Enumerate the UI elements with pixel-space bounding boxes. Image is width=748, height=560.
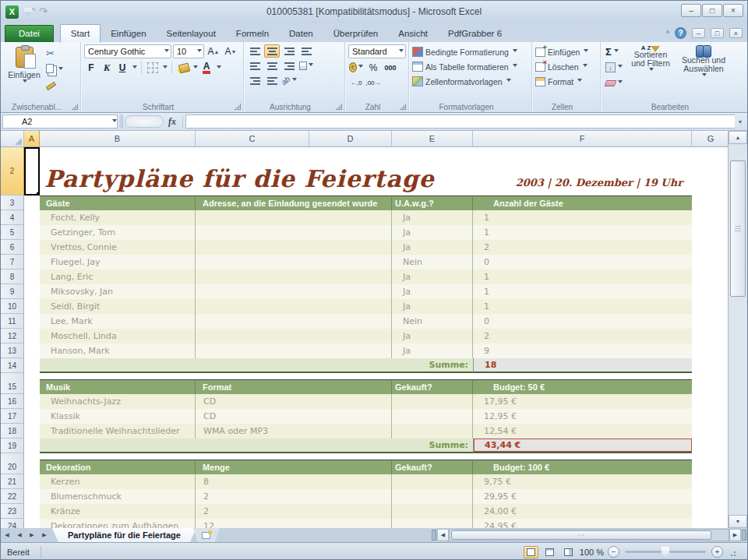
cell-F21[interactable]: 9,75 €: [473, 474, 692, 489]
format-cells-button[interactable]: Format: [535, 74, 598, 89]
row-header-22[interactable]: 22: [1, 489, 24, 504]
cell-F6[interactable]: 2: [473, 240, 692, 255]
expand-formula-bar-icon[interactable]: ▼: [735, 119, 746, 125]
row-header-5[interactable]: 5: [1, 225, 24, 240]
cell-F15[interactable]: Budget: 50 €: [473, 379, 692, 394]
next-sheet-button[interactable]: ▶: [26, 528, 38, 542]
sort-filter-button[interactable]: A Z Sortieren und Filtern: [624, 44, 677, 90]
cell-G8[interactable]: [692, 269, 729, 284]
grow-font-button[interactable]: A▲: [206, 44, 221, 58]
wrap-text-button[interactable]: [298, 44, 314, 58]
cell-G4[interactable]: [692, 210, 729, 225]
borders-button[interactable]: [146, 61, 160, 75]
cell-B3[interactable]: Gäste: [40, 195, 196, 210]
row-header-18[interactable]: 18: [1, 424, 24, 438]
maximize-button[interactable]: □: [702, 4, 722, 17]
cell-F4[interactable]: 1: [473, 210, 692, 225]
cell-G6[interactable]: [692, 240, 729, 255]
cell-G12[interactable]: [692, 329, 729, 343]
decrease-decimal-button[interactable]: ,00→: [365, 76, 381, 90]
select-all-corner[interactable]: [1, 131, 24, 146]
row-header-19[interactable]: 19: [1, 438, 24, 453]
chevron-down-icon[interactable]: [132, 65, 137, 71]
scroll-right-icon[interactable]: ▶: [729, 529, 741, 541]
cell-A15[interactable]: [24, 379, 40, 394]
cell-G15[interactable]: [692, 379, 729, 394]
tab-formeln[interactable]: Formeln: [226, 25, 279, 42]
row-header-8[interactable]: 8: [1, 269, 24, 284]
cell-F20[interactable]: Budget: 100 €: [473, 460, 692, 474]
sum-label-14[interactable]: Summe:: [392, 358, 473, 373]
find-select-button[interactable]: Suchen und Auswählen: [677, 44, 730, 90]
sum-band-14[interactable]: [40, 358, 392, 373]
zoom-out-button[interactable]: −: [608, 546, 619, 558]
shrink-font-button[interactable]: A▼: [223, 44, 238, 58]
cell-A14[interactable]: [24, 358, 40, 373]
fill-color-button[interactable]: [176, 61, 190, 75]
minimize-button[interactable]: –: [681, 4, 701, 17]
row-header-24[interactable]: 24: [1, 519, 24, 528]
cell-A4[interactable]: [24, 210, 40, 225]
cell-G2[interactable]: [692, 147, 729, 195]
cell-C10[interactable]: [196, 299, 392, 314]
row-header-9[interactable]: 9: [1, 284, 24, 299]
cell-F24[interactable]: 24,95 €: [473, 519, 692, 528]
autosum-button[interactable]: Σ: [604, 44, 624, 59]
horizontal-scroll-thumb[interactable]: [451, 530, 711, 540]
scroll-down-icon[interactable]: ▼: [729, 515, 747, 528]
row-header-16[interactable]: 16: [1, 394, 24, 409]
close-button[interactable]: ×: [723, 4, 743, 17]
chevron-down-icon[interactable]: [193, 65, 198, 71]
cell-B18[interactable]: Traditionelle Weihnachtslieder: [40, 424, 196, 438]
cell-F5[interactable]: 1: [473, 225, 692, 240]
cell-A5[interactable]: [24, 225, 40, 240]
cell-G19[interactable]: [692, 438, 729, 453]
cell-B16[interactable]: Weihnachts-Jazz: [40, 394, 196, 409]
row-header-14[interactable]: 14: [1, 358, 24, 373]
cell-B8[interactable]: Lang, Eric: [40, 269, 196, 284]
workbook-close-button[interactable]: ×: [729, 28, 743, 38]
cell-A11[interactable]: [24, 314, 40, 329]
cell-C13[interactable]: [196, 343, 392, 358]
column-header-f[interactable]: F: [473, 131, 692, 146]
row-header-20[interactable]: 20: [1, 460, 24, 474]
cell-E5[interactable]: Ja: [392, 225, 473, 240]
sum-band-19[interactable]: [40, 438, 392, 453]
cell-styles-button[interactable]: Zellenformatvorlagen: [412, 74, 529, 89]
cell-G13[interactable]: [692, 343, 729, 358]
cell-A19[interactable]: [24, 438, 40, 453]
cell-A7[interactable]: [24, 255, 40, 269]
cell-G17[interactable]: [692, 409, 729, 424]
row-header-10[interactable]: 10: [1, 299, 24, 314]
cell-F13[interactable]: 9: [473, 343, 692, 358]
align-bottom-button[interactable]: [281, 44, 297, 58]
align-middle-button[interactable]: [264, 44, 280, 58]
cell-E15[interactable]: Gekauft?: [392, 379, 473, 394]
cell-G21[interactable]: [692, 474, 729, 489]
column-header-b[interactable]: B: [40, 131, 196, 146]
cell-B23[interactable]: Kränze: [40, 504, 196, 519]
row-header-gap[interactable]: [1, 453, 24, 460]
tab-ueberpruefen[interactable]: Überprüfen: [323, 25, 389, 42]
sheet-tab-active[interactable]: Partypläne für die Feiertage: [52, 528, 196, 542]
bold-button[interactable]: F: [84, 61, 98, 75]
chevron-down-icon[interactable]: [217, 65, 221, 71]
cell-G11[interactable]: [692, 314, 729, 329]
cell-F8[interactable]: 1: [473, 269, 692, 284]
help-icon[interactable]: ?: [675, 27, 686, 39]
cell-E20[interactable]: Gekauft?: [392, 460, 473, 474]
cell-C17[interactable]: CD: [196, 409, 392, 424]
row-header-13[interactable]: 13: [1, 343, 24, 358]
sum-value-19[interactable]: 43,44 €: [473, 438, 692, 453]
cell-G18[interactable]: [692, 424, 729, 438]
cell-G14[interactable]: [692, 358, 729, 373]
horizontal-scrollbar[interactable]: [449, 529, 729, 541]
sum-value-14[interactable]: 18: [473, 358, 692, 373]
insert-function-button[interactable]: fx: [167, 116, 183, 128]
cell-G3[interactable]: [692, 195, 729, 210]
cell-C6[interactable]: [196, 240, 392, 255]
cell-G16[interactable]: [692, 394, 729, 409]
name-box-splitter[interactable]: [119, 114, 123, 129]
cell-A21[interactable]: [24, 474, 40, 489]
cell-A22[interactable]: [24, 489, 40, 504]
